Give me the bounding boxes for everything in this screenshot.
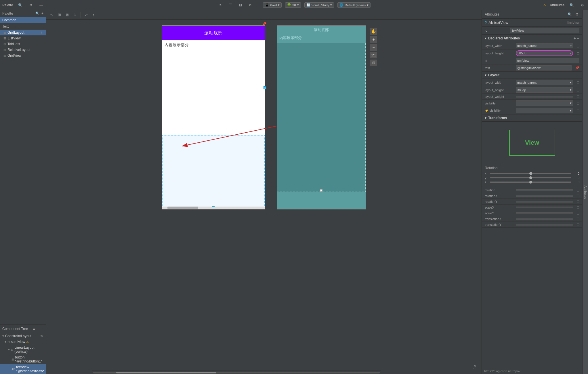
tree-textview[interactable]: Ab textView *@string/textview* bbox=[0, 364, 46, 374]
palette-add-icon[interactable]: + bbox=[41, 12, 43, 16]
zoomed-bottom-handle[interactable] bbox=[320, 189, 322, 192]
palette-item-listview[interactable]: ☰ ListView bbox=[0, 35, 46, 41]
attr-layout-lw-value[interactable]: match_parent ▾ bbox=[516, 80, 573, 85]
right-vertical-tab[interactable]: Attributes bbox=[582, 10, 588, 374]
canvas-hscrollbar[interactable] bbox=[92, 371, 381, 374]
attr-value-text-field[interactable]: @string/textview bbox=[516, 65, 572, 70]
attr-lw-dropdown-icon[interactable]: ▾ bbox=[570, 44, 572, 47]
minimize-button[interactable]: — bbox=[38, 3, 45, 8]
attr-scaley-value[interactable] bbox=[516, 212, 573, 214]
attr-scalex-value[interactable] bbox=[516, 207, 573, 208]
palette-item-tabhost[interactable]: ⊟ TabHost bbox=[0, 41, 46, 47]
tree-linearlayout-expand-icon: ▾ bbox=[8, 348, 10, 352]
attr-layout-vis2-value[interactable]: ▾ bbox=[516, 108, 573, 113]
remove-attribute-button[interactable]: − bbox=[577, 36, 579, 41]
attr-value-lw[interactable]: match_parent ▾ bbox=[516, 43, 573, 48]
attr-layout-lweight-value[interactable] bbox=[516, 96, 573, 98]
attr-layout-vis2-dropdown[interactable]: ▾ bbox=[570, 109, 572, 112]
tree-expand-icon: ▾ bbox=[2, 334, 4, 338]
palette-item-relativelayout[interactable]: ⊞ RelativeLayout bbox=[0, 47, 46, 53]
attr-settings-button[interactable]: ⚙ bbox=[579, 3, 586, 8]
attr-layout-vis-value[interactable]: ▾ bbox=[516, 100, 573, 106]
phone-hscrollbar[interactable] bbox=[162, 207, 265, 209]
tree-button[interactable]: ⊟ button *@string/button1* bbox=[0, 354, 46, 364]
anchor-tool-button[interactable]: ⊕ bbox=[72, 12, 78, 18]
attr-rotationy-value[interactable] bbox=[516, 201, 573, 203]
add-attribute-button[interactable]: + bbox=[574, 36, 576, 41]
zoom-in-canvas-button[interactable]: + bbox=[370, 36, 377, 43]
resize-handle[interactable] bbox=[264, 86, 266, 89]
id-input[interactable] bbox=[510, 28, 579, 33]
gridlayout-icon: ⊞ bbox=[3, 31, 6, 34]
rotation-x-slider[interactable] bbox=[490, 173, 571, 174]
transforms-expand-icon: ▾ bbox=[485, 116, 486, 120]
attr-translationx-value[interactable] bbox=[516, 218, 573, 220]
category-common[interactable]: Common bbox=[0, 17, 46, 23]
palette-item-gridview[interactable]: ⊞ GridView bbox=[0, 53, 46, 58]
attr-rotation-value[interactable] bbox=[516, 189, 573, 191]
attr-settings-icon-button[interactable]: ⚙ bbox=[574, 12, 579, 17]
attr-value-lh-text: 385dp bbox=[518, 51, 526, 55]
attr-layout-lw-dropdown[interactable]: ▾ bbox=[570, 81, 572, 84]
attr-search-icon-button[interactable]: 🔍 bbox=[567, 12, 573, 17]
select-mode-button[interactable]: ↖ bbox=[217, 3, 224, 8]
attr-layout-lw-label: layout_width bbox=[485, 81, 513, 84]
attributes-panel: Attributes 🔍 ⚙ ? Ab textView TextView id… bbox=[482, 10, 582, 374]
full-layout: Palette 🔍 + Common Text ⊞ GridLayout ⬇ ☰… bbox=[0, 10, 588, 374]
tree-minimize-button[interactable]: — bbox=[38, 327, 43, 331]
tree-constraint-layout[interactable]: ▾ ConstraintLayout 👁 bbox=[0, 333, 46, 339]
tree-settings-button[interactable]: ⚙ bbox=[32, 327, 37, 331]
screenshot-button[interactable]: ⊡ bbox=[370, 60, 377, 66]
attr-text-pin-icon[interactable]: 📌 bbox=[575, 66, 579, 70]
hand-tool-button[interactable]: ✋ bbox=[370, 28, 377, 35]
settings-button[interactable]: ⚙ bbox=[28, 3, 34, 8]
rotation-z-slider[interactable] bbox=[490, 182, 571, 183]
panel-tool-button[interactable]: ⊞ bbox=[56, 12, 63, 18]
palette-item-gridlayout[interactable]: ⊞ GridLayout ⬇ bbox=[0, 30, 46, 35]
attr-value-id[interactable]: textView bbox=[516, 58, 579, 63]
attr-rotationx-value[interactable] bbox=[516, 195, 573, 197]
attr-layout-lh-value[interactable]: 385dp ▾ bbox=[516, 87, 573, 93]
eye-icon[interactable]: 👁 bbox=[40, 334, 43, 338]
component-tree-header: Component Tree ⚙ — bbox=[0, 325, 46, 333]
search-button[interactable]: 🔍 bbox=[16, 3, 24, 8]
zoom-selector[interactable]: 🌳 30 ▾ bbox=[285, 2, 301, 8]
attr-search-button[interactable]: 🔍 bbox=[568, 3, 576, 8]
widget-header: ? Ab textView TextView bbox=[482, 19, 582, 27]
device-selector[interactable]: 📱 Pixel ▾ bbox=[263, 2, 282, 8]
layout-section[interactable]: ▾ Layout bbox=[482, 72, 582, 79]
rotation-z-value: 0 bbox=[574, 180, 579, 184]
declared-attributes-section[interactable]: ▾ Declared Attributes + − bbox=[482, 35, 582, 42]
attr-lh-dropdown-icon[interactable]: ▾ bbox=[570, 52, 571, 55]
pan-button[interactable]: ☰ bbox=[227, 3, 234, 8]
refresh-button[interactable]: ↺ bbox=[247, 3, 253, 8]
device-icon: 📱 bbox=[265, 3, 269, 7]
attr-layout-lh-dropdown[interactable]: ▾ bbox=[570, 88, 572, 92]
category-text[interactable]: Text bbox=[0, 23, 46, 30]
select-tool-button[interactable]: ↖ bbox=[48, 12, 55, 18]
zoom-out-canvas-button[interactable]: − bbox=[370, 44, 377, 51]
help-icon[interactable]: ? bbox=[485, 20, 487, 25]
snap-tool-button[interactable]: ⊠ bbox=[64, 12, 70, 18]
locale-label: Default (en-us) bbox=[345, 3, 366, 7]
design-sep1 bbox=[81, 12, 81, 18]
tree-scrollview[interactable]: ▾ ⊟ scrolview ⚠ bbox=[0, 339, 46, 345]
palette-search-icon[interactable]: 🔍 bbox=[35, 12, 40, 16]
fit-canvas-button[interactable]: 1:1 bbox=[370, 52, 377, 58]
tree-linearlayout[interactable]: ▾ ⊟ LinearLayout (vertical) bbox=[0, 345, 46, 354]
attr-scalex-row: scaleX ◫ bbox=[482, 205, 582, 210]
study-selector[interactable]: 🔄 Scroll_Study ▾ bbox=[304, 2, 334, 8]
zoom-chevron-icon: ▾ bbox=[297, 3, 299, 7]
attr-value-lh[interactable]: 385dp ▾ bbox=[516, 50, 573, 56]
sep1 bbox=[258, 2, 258, 8]
attr-layout-vis-dropdown[interactable]: ▾ bbox=[570, 101, 572, 105]
move-v-button[interactable]: ↕ bbox=[91, 12, 96, 18]
rotation-y-slider[interactable] bbox=[490, 177, 571, 178]
blueprint-button[interactable]: ⊡ bbox=[237, 3, 244, 8]
transforms-section[interactable]: ▾ Transforms bbox=[482, 115, 582, 122]
attr-translationy-value[interactable] bbox=[516, 224, 573, 226]
move-h-button[interactable]: ⤢ bbox=[83, 12, 90, 18]
locale-selector[interactable]: 🌐 Default (en-us) ▾ bbox=[337, 2, 371, 8]
tree-linearlayout-icon: ⊟ bbox=[11, 348, 13, 351]
zoomed-header-text: 滚动底部 bbox=[314, 27, 329, 33]
